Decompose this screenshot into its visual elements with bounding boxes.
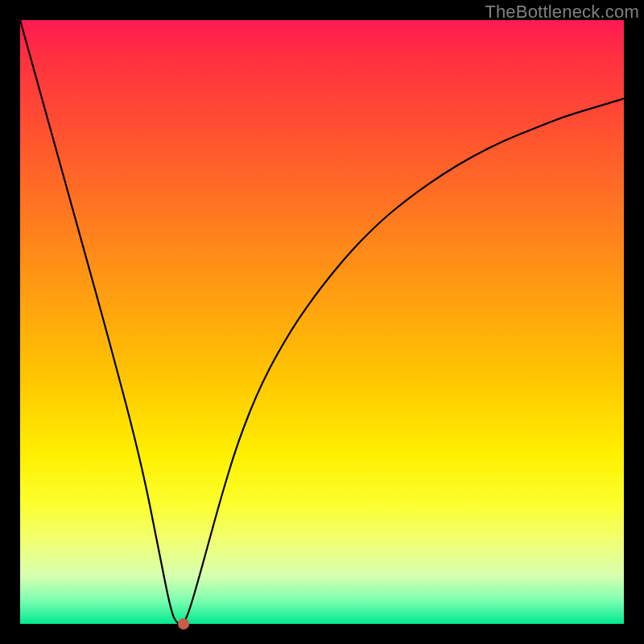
watermark-text: TheBottleneck.com	[485, 2, 639, 23]
minimum-marker	[178, 618, 189, 630]
chart-frame: TheBottleneck.com	[0, 0, 644, 644]
curve-svg	[20, 20, 624, 624]
plot-background	[20, 20, 624, 624]
bottleneck-curve	[20, 20, 624, 624]
